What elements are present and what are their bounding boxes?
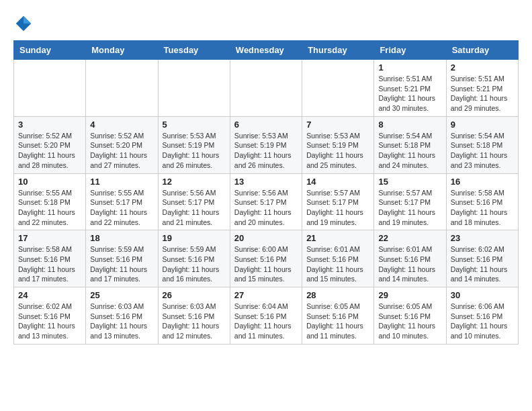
week-row-0: 1Sunrise: 5:51 AM Sunset: 5:21 PM Daylig… [14,60,519,117]
day-number: 21 [306,233,369,243]
weekday-header-monday: Monday [86,41,158,60]
calendar-cell: 10Sunrise: 5:55 AM Sunset: 5:18 PM Dayli… [14,173,86,230]
calendar-cell: 23Sunrise: 6:02 AM Sunset: 5:16 PM Dayli… [446,230,518,287]
day-info: Sunrise: 6:05 AM Sunset: 5:16 PM Dayligh… [306,302,369,341]
weekday-header-wednesday: Wednesday [230,41,302,60]
day-info: Sunrise: 5:54 AM Sunset: 5:18 PM Dayligh… [378,131,441,171]
day-info: Sunrise: 5:51 AM Sunset: 5:21 PM Dayligh… [378,74,441,113]
day-info: Sunrise: 5:56 AM Sunset: 5:17 PM Dayligh… [234,188,298,228]
day-info: Sunrise: 5:55 AM Sunset: 5:17 PM Dayligh… [90,188,153,228]
logo [13,13,36,34]
calendar-cell: 8Sunrise: 5:54 AM Sunset: 5:18 PM Daylig… [374,116,446,173]
day-info: Sunrise: 6:02 AM Sunset: 5:16 PM Dayligh… [18,302,81,341]
day-info: Sunrise: 5:52 AM Sunset: 5:20 PM Dayligh… [18,131,81,171]
calendar-cell: 1Sunrise: 5:51 AM Sunset: 5:21 PM Daylig… [374,60,446,117]
calendar-cell [86,60,158,117]
day-info: Sunrise: 6:03 AM Sunset: 5:16 PM Dayligh… [163,302,226,341]
calendar-cell [14,60,86,117]
day-info: Sunrise: 5:55 AM Sunset: 5:18 PM Dayligh… [18,188,81,228]
day-number: 1 [378,62,441,73]
day-number: 14 [306,177,369,187]
day-info: Sunrise: 5:53 AM Sunset: 5:19 PM Dayligh… [234,131,298,171]
day-number: 30 [451,290,514,300]
day-number: 11 [90,177,153,187]
calendar-cell: 29Sunrise: 6:05 AM Sunset: 5:16 PM Dayli… [374,287,446,345]
calendar-cell: 7Sunrise: 5:53 AM Sunset: 5:19 PM Daylig… [302,116,374,173]
svg-marker-1 [24,16,31,24]
calendar-cell: 5Sunrise: 5:53 AM Sunset: 5:19 PM Daylig… [158,116,230,173]
day-number: 28 [306,290,369,300]
day-number: 3 [18,120,81,130]
week-row-3: 17Sunrise: 5:58 AM Sunset: 5:16 PM Dayli… [14,230,519,287]
day-info: Sunrise: 6:03 AM Sunset: 5:16 PM Dayligh… [90,302,153,341]
calendar-cell: 6Sunrise: 5:53 AM Sunset: 5:19 PM Daylig… [230,116,302,173]
week-row-1: 3Sunrise: 5:52 AM Sunset: 5:20 PM Daylig… [14,116,519,173]
calendar-cell: 11Sunrise: 5:55 AM Sunset: 5:17 PM Dayli… [86,173,158,230]
day-info: Sunrise: 5:53 AM Sunset: 5:19 PM Dayligh… [163,131,226,171]
day-number: 9 [451,120,514,130]
day-number: 20 [234,233,298,243]
day-info: Sunrise: 6:01 AM Sunset: 5:16 PM Dayligh… [378,244,441,284]
logo-icon [13,13,34,34]
day-number: 10 [18,177,81,187]
calendar-cell: 25Sunrise: 6:03 AM Sunset: 5:16 PM Dayli… [86,287,158,345]
day-info: Sunrise: 6:02 AM Sunset: 5:16 PM Dayligh… [451,244,514,284]
day-number: 15 [378,177,441,187]
calendar-cell: 4Sunrise: 5:52 AM Sunset: 5:20 PM Daylig… [86,116,158,173]
day-number: 24 [18,290,81,300]
calendar-cell: 14Sunrise: 5:57 AM Sunset: 5:17 PM Dayli… [302,173,374,230]
weekday-header-thursday: Thursday [302,41,374,60]
day-info: Sunrise: 6:04 AM Sunset: 5:16 PM Dayligh… [234,302,298,341]
week-row-4: 24Sunrise: 6:02 AM Sunset: 5:16 PM Dayli… [14,287,519,345]
day-info: Sunrise: 6:06 AM Sunset: 5:16 PM Dayligh… [451,302,514,341]
day-number: 12 [163,177,226,187]
day-info: Sunrise: 6:05 AM Sunset: 5:16 PM Dayligh… [378,302,441,341]
calendar-cell: 9Sunrise: 5:54 AM Sunset: 5:18 PM Daylig… [446,116,518,173]
day-number: 19 [163,233,226,243]
weekday-header-tuesday: Tuesday [158,41,230,60]
day-info: Sunrise: 5:52 AM Sunset: 5:20 PM Dayligh… [90,131,153,171]
day-number: 2 [451,62,514,73]
calendar-cell: 17Sunrise: 5:58 AM Sunset: 5:16 PM Dayli… [14,230,86,287]
calendar-cell: 24Sunrise: 6:02 AM Sunset: 5:16 PM Dayli… [14,287,86,345]
day-info: Sunrise: 6:00 AM Sunset: 5:16 PM Dayligh… [234,244,298,284]
calendar-cell: 27Sunrise: 6:04 AM Sunset: 5:16 PM Dayli… [230,287,302,345]
page: SundayMondayTuesdayWednesdayThursdayFrid… [0,0,532,351]
day-number: 8 [378,120,441,130]
calendar-cell: 12Sunrise: 5:56 AM Sunset: 5:17 PM Dayli… [158,173,230,230]
calendar-cell: 20Sunrise: 6:00 AM Sunset: 5:16 PM Dayli… [230,230,302,287]
day-info: Sunrise: 5:58 AM Sunset: 5:16 PM Dayligh… [451,188,514,228]
day-info: Sunrise: 5:57 AM Sunset: 5:17 PM Dayligh… [306,188,369,228]
day-info: Sunrise: 5:59 AM Sunset: 5:16 PM Dayligh… [90,244,153,284]
calendar-cell: 15Sunrise: 5:57 AM Sunset: 5:17 PM Dayli… [374,173,446,230]
day-info: Sunrise: 5:58 AM Sunset: 5:16 PM Dayligh… [18,244,81,284]
day-info: Sunrise: 5:59 AM Sunset: 5:16 PM Dayligh… [163,244,226,284]
calendar-cell: 26Sunrise: 6:03 AM Sunset: 5:16 PM Dayli… [158,287,230,345]
day-number: 29 [378,290,441,300]
weekday-header-saturday: Saturday [446,41,518,60]
calendar-cell: 30Sunrise: 6:06 AM Sunset: 5:16 PM Dayli… [446,287,518,345]
day-info: Sunrise: 5:57 AM Sunset: 5:17 PM Dayligh… [378,188,441,228]
day-number: 23 [451,233,514,243]
calendar-cell [302,60,374,117]
calendar-cell: 19Sunrise: 5:59 AM Sunset: 5:16 PM Dayli… [158,230,230,287]
calendar-cell: 2Sunrise: 5:51 AM Sunset: 5:21 PM Daylig… [446,60,518,117]
calendar-cell: 28Sunrise: 6:05 AM Sunset: 5:16 PM Dayli… [302,287,374,345]
calendar-cell: 13Sunrise: 5:56 AM Sunset: 5:17 PM Dayli… [230,173,302,230]
day-info: Sunrise: 5:54 AM Sunset: 5:18 PM Dayligh… [451,131,514,171]
day-number: 5 [163,120,226,130]
calendar-table: SundayMondayTuesdayWednesdayThursdayFrid… [13,40,519,345]
day-number: 18 [90,233,153,243]
weekday-header-friday: Friday [374,41,446,60]
weekday-header-row: SundayMondayTuesdayWednesdayThursdayFrid… [14,41,519,60]
day-info: Sunrise: 5:51 AM Sunset: 5:21 PM Dayligh… [451,74,514,113]
calendar-cell: 16Sunrise: 5:58 AM Sunset: 5:16 PM Dayli… [446,173,518,230]
calendar-cell: 22Sunrise: 6:01 AM Sunset: 5:16 PM Dayli… [374,230,446,287]
day-number: 26 [163,290,226,300]
day-number: 13 [234,177,298,187]
calendar-cell: 18Sunrise: 5:59 AM Sunset: 5:16 PM Dayli… [86,230,158,287]
day-info: Sunrise: 5:56 AM Sunset: 5:17 PM Dayligh… [163,188,226,228]
header [13,13,519,34]
day-number: 7 [306,120,369,130]
day-number: 25 [90,290,153,300]
